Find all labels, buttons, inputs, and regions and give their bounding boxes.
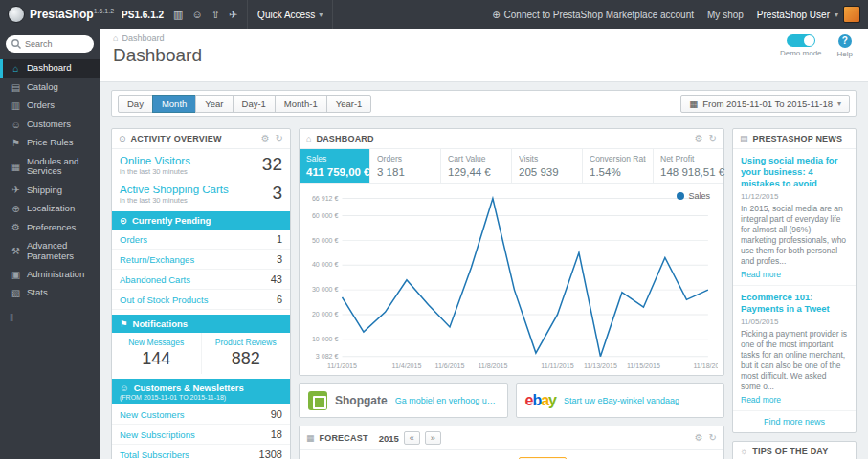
section-title: Customers & Newsletters <box>134 382 244 393</box>
abandoned-carts-link[interactable]: Abandoned Carts <box>120 274 190 285</box>
sidebar-item-advanced-parameters[interactable]: ⚒ Advanced Parameters <box>0 237 100 266</box>
online-visitors-metric: Online Visitors in the last 30 minutes 3… <box>112 149 290 178</box>
forecast-prev-button[interactable]: « <box>404 431 420 445</box>
find-more-news-link[interactable]: Find more news <box>733 411 856 432</box>
stats-icon: ▧ <box>11 288 21 299</box>
price-rules-icon: ⚑ <box>11 138 21 149</box>
news-article-title[interactable]: Using social media for your business: 4 … <box>741 155 848 189</box>
people-icon: ☺ <box>120 382 129 393</box>
kpi-sales[interactable]: Sales 411 759,00 € <box>300 149 370 183</box>
out-of-stock-link[interactable]: Out of Stock Products <box>120 295 208 305</box>
product-reviews-cell[interactable]: Product Reviews 882 <box>202 333 291 374</box>
new-messages-label: New Messages <box>114 338 199 347</box>
total-subscribers-value: 1308 <box>259 448 282 459</box>
sales-line-chart[interactable]: 66 912 €60 000 €50 000 €40 000 €30 000 €… <box>301 189 718 373</box>
kpi-value: 129,44 € <box>448 166 504 178</box>
period-day-1-button[interactable]: Day-1 <box>233 95 276 113</box>
total-subscribers-link[interactable]: Total Subscribers <box>120 449 189 459</box>
svg-text:11/8/2015: 11/8/2015 <box>478 362 507 369</box>
date-range-picker[interactable]: ▦ From 2015-11-01 To 2015-11-18 ▾ <box>680 95 850 113</box>
shopgate-promo: Shopgate Ga mobiel en verhoog uw omzet <box>299 383 508 418</box>
sidebar-item-stats[interactable]: ▧ Stats <box>0 284 100 303</box>
panel-title: ACTIVITY OVERVIEW <box>131 134 256 143</box>
notifications-header: ⚑ Notifications <box>112 315 290 333</box>
sidebar-item-catalog[interactable]: ▤ Catalog <box>0 78 100 98</box>
plane-icon[interactable]: ✈ <box>229 9 237 21</box>
period-day-button[interactable]: Day <box>118 95 153 113</box>
sidebar-item-modules[interactable]: ▦ Modules and Services <box>0 153 100 182</box>
cart-icon[interactable]: ▥ <box>173 9 183 21</box>
topbar: PrestaShop1.6.1.2 PS1.6.1.2 ▥ ☺ ⇧ ✈ Quic… <box>0 0 868 29</box>
ebay-letter: y <box>548 392 556 408</box>
new-messages-cell[interactable]: New Messages 144 <box>112 333 202 374</box>
kpi-visits[interactable]: Visits 205 939 <box>512 149 583 183</box>
kpi-conversion-rate[interactable]: Conversion Rate 1.54% <box>583 149 654 183</box>
bulb-icon: ☼ <box>740 447 747 456</box>
refresh-icon[interactable]: ↻ <box>709 433 717 443</box>
ebay-link[interactable]: Start uw eBay-winkel vandaag <box>564 396 679 405</box>
read-more-link[interactable]: Read more <box>741 395 848 404</box>
sidebar-item-shipping[interactable]: ✈ Shipping <box>0 181 100 200</box>
period-year-button[interactable]: Year <box>195 95 233 113</box>
abandoned-carts-row: Abandoned Carts 43 <box>112 270 290 290</box>
kpi-net-profit[interactable]: Net Profit 148 918,51 € <box>654 149 723 183</box>
chart-legend[interactable]: Sales <box>677 191 710 201</box>
sidebar-collapse-icon[interactable]: ‖ <box>0 303 100 323</box>
page-title: Dashboard <box>113 45 855 66</box>
user-icon[interactable]: ☺ <box>191 9 202 21</box>
active-carts-link[interactable]: Active Shopping Carts <box>120 184 229 195</box>
period-month-button[interactable]: Month <box>152 95 196 113</box>
shopgate-link[interactable]: Ga mobiel en verhoog uw omzet <box>395 396 499 405</box>
online-visitors-sub: in the last 30 minutes <box>120 167 190 176</box>
kpi-label: Net Profit <box>660 154 717 164</box>
period-month-1-button[interactable]: Month-1 <box>275 95 327 113</box>
breadcrumb[interactable]: ⌂ Dashboard <box>113 33 855 43</box>
svg-text:30 000 €: 30 000 € <box>312 287 339 294</box>
news-article-title[interactable]: Ecommerce 101: Payments in a Tweet <box>741 292 848 315</box>
quick-access-menu[interactable]: Quick Access ▾ <box>247 0 333 29</box>
new-customers-link[interactable]: New Customers <box>120 409 185 420</box>
new-subscriptions-link[interactable]: New Subscriptions <box>120 429 195 440</box>
help-icon[interactable]: ? <box>838 34 852 48</box>
svg-text:3 082 €: 3 082 € <box>316 353 339 360</box>
sidebar-item-label: Dashboard <box>27 63 71 74</box>
user-menu[interactable]: PrestaShop User ▾ <box>757 6 860 23</box>
my-shop-link[interactable]: My shop <box>707 10 744 20</box>
orders-icon: ▥ <box>11 100 21 112</box>
online-visitors-link[interactable]: Online Visitors <box>120 155 190 166</box>
kpi-row: Sales 411 759,00 € Orders 3 181 Cart Val… <box>300 149 723 184</box>
forecast-year[interactable]: 2015 <box>379 433 399 444</box>
sidebar-item-localization[interactable]: ⊕ Localization <box>0 200 100 219</box>
period-year-1-button[interactable]: Year-1 <box>326 95 372 113</box>
gear-icon[interactable]: ⚙ <box>261 134 270 143</box>
sidebar-item-orders[interactable]: ▥ Orders <box>0 97 100 116</box>
gear-icon[interactable]: ⚙ <box>695 134 703 143</box>
read-more-link[interactable]: Read more <box>741 270 848 279</box>
prestashop-logo <box>8 6 25 23</box>
gear-icon[interactable]: ⚙ <box>695 433 703 443</box>
kpi-cart-value[interactable]: Cart Value 129,44 € <box>441 149 512 183</box>
demo-mode-toggle[interactable] <box>787 34 815 47</box>
svg-text:10 000 €: 10 000 € <box>312 336 339 342</box>
forecast-next-button[interactable]: » <box>425 431 441 445</box>
kpi-orders[interactable]: Orders 3 181 <box>370 149 441 183</box>
localization-icon: ⊕ <box>11 204 21 215</box>
sidebar-item-preferences[interactable]: ⚙ Preferences <box>0 218 100 237</box>
ebay-letter: a <box>541 392 548 408</box>
sidebar-item-label: Preferences <box>27 223 76 233</box>
refresh-icon[interactable]: ↻ <box>709 134 717 143</box>
panel-title: FORECAST <box>320 433 368 443</box>
help-control: ? Help <box>837 34 853 58</box>
sidebar-item-dashboard[interactable]: ⌂ Dashboard <box>0 59 100 78</box>
marketplace-link[interactable]: ⊕ Connect to PrestaShop Marketplace acco… <box>492 10 694 20</box>
sidebar-item-price-rules[interactable]: ⚑ Price Rules <box>0 134 100 153</box>
sidebar-item-label: Catalog <box>27 82 58 93</box>
news-article: Using social media for your business: 4 … <box>733 149 856 286</box>
upload-icon[interactable]: ⇧ <box>211 9 220 21</box>
sidebar-item-customers[interactable]: ☺ Customers <box>0 116 100 135</box>
returns-row: Return/Exchanges 3 <box>112 250 290 270</box>
returns-link[interactable]: Return/Exchanges <box>120 254 194 265</box>
pending-orders-link[interactable]: Orders <box>120 234 147 245</box>
sidebar-item-administration[interactable]: ▣ Administration <box>0 266 100 285</box>
refresh-icon[interactable]: ↻ <box>276 134 283 143</box>
